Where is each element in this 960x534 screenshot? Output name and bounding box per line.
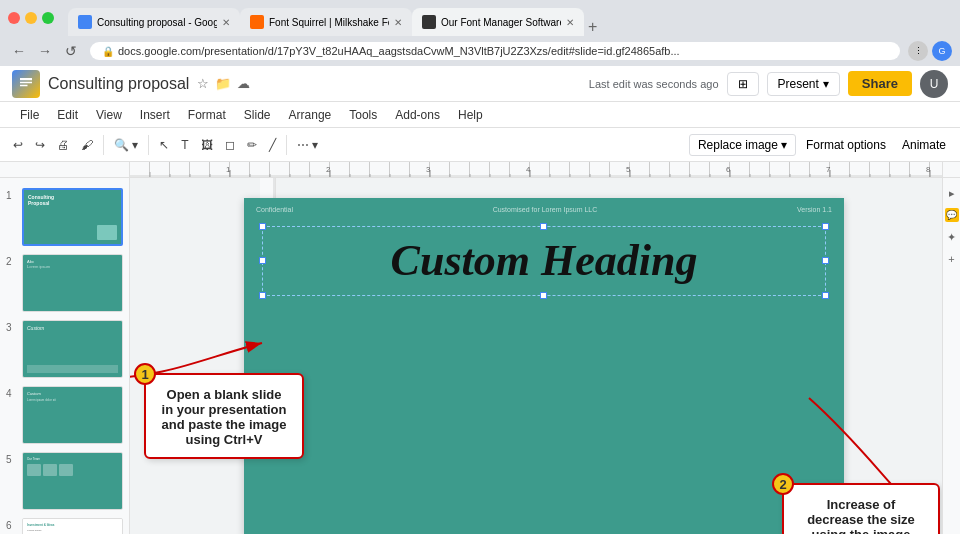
toolbar-separator-1 bbox=[103, 135, 104, 155]
menu-view[interactable]: View bbox=[88, 105, 130, 125]
tab-label-ourfont: Our Font Manager Software | E... bbox=[441, 17, 561, 28]
menu-arrange[interactable]: Arrange bbox=[281, 105, 340, 125]
redo-button[interactable]: ↪ bbox=[30, 135, 50, 155]
slideshow-icon: ⊞ bbox=[738, 77, 748, 91]
tab-our-font[interactable]: Our Font Manager Software | E... ✕ bbox=[412, 8, 584, 36]
handle-bottom-right[interactable] bbox=[822, 292, 829, 299]
doc-action-icons: ☆ 📁 ☁ bbox=[197, 76, 250, 91]
menu-file[interactable]: File bbox=[12, 105, 47, 125]
zoom-button[interactable]: 🔍 ▾ bbox=[109, 135, 143, 155]
right-sidebar: ▸ 💬 ✦ + bbox=[942, 178, 960, 534]
slide-item-1[interactable]: 1 ConsultingProposal bbox=[4, 186, 125, 248]
slide-item-6[interactable]: 6 Investment & Ideas Lorem ipsum • Item … bbox=[4, 516, 125, 534]
cloud-icon[interactable]: ☁ bbox=[237, 76, 250, 91]
minimize-window-btn[interactable] bbox=[25, 12, 37, 24]
browser-toolbar-icons: ⋮ G bbox=[908, 41, 952, 61]
comments-icon[interactable]: 💬 bbox=[945, 208, 959, 222]
tab-close-google[interactable]: ✕ bbox=[222, 17, 230, 28]
svg-text:5: 5 bbox=[626, 165, 631, 174]
main-layout: 1 ConsultingProposal 2 Abc Lorem ipsum 3 bbox=[0, 178, 960, 534]
ruler-area: 1 2 3 4 bbox=[0, 162, 960, 178]
tab-close-fontsquirrel[interactable]: ✕ bbox=[394, 17, 402, 28]
menu-format[interactable]: Format bbox=[180, 105, 234, 125]
slide-item-3[interactable]: 3 Custom bbox=[4, 318, 125, 380]
plus-icon[interactable]: + bbox=[945, 252, 959, 266]
print-button[interactable]: 🖨 bbox=[52, 135, 74, 155]
slideshow-settings-button[interactable]: ⊞ bbox=[727, 72, 759, 96]
line-tool[interactable]: ╱ bbox=[264, 135, 281, 155]
back-button[interactable]: ← bbox=[8, 40, 30, 62]
tab-close-ourfont[interactable]: ✕ bbox=[566, 17, 574, 28]
menu-tools[interactable]: Tools bbox=[341, 105, 385, 125]
present-label: Present bbox=[778, 77, 819, 91]
ruler-svg: 1 2 3 4 bbox=[130, 162, 942, 177]
handle-top-left[interactable] bbox=[259, 223, 266, 230]
menu-slide[interactable]: Slide bbox=[236, 105, 279, 125]
doc-title: Consulting proposal bbox=[48, 75, 189, 93]
callout-1: 1 Open a blank slide in your presentatio… bbox=[144, 373, 304, 459]
star-icon[interactable]: ☆ bbox=[197, 76, 209, 91]
heading-text: Custom Heading bbox=[273, 237, 815, 285]
handle-middle-right[interactable] bbox=[822, 257, 829, 264]
slide-number-3: 3 bbox=[6, 322, 18, 333]
forward-button[interactable]: → bbox=[34, 40, 56, 62]
folder-icon[interactable]: 📁 bbox=[215, 76, 231, 91]
slide-canvas: Confidential Customised for Lorem Ipsum … bbox=[244, 198, 844, 534]
handle-bottom-left[interactable] bbox=[259, 292, 266, 299]
slide-thumb-2[interactable]: Abc Lorem ipsum bbox=[22, 254, 123, 312]
close-window-btn[interactable] bbox=[8, 12, 20, 24]
share-button[interactable]: Share bbox=[848, 71, 912, 96]
text-tool[interactable]: T bbox=[176, 135, 193, 155]
user-avatar[interactable]: U bbox=[920, 70, 948, 98]
extensions-icon[interactable]: ⋮ bbox=[908, 41, 928, 61]
more-shapes-button[interactable]: ⋯ ▾ bbox=[292, 135, 323, 155]
menu-addons[interactable]: Add-ons bbox=[387, 105, 448, 125]
slide-item-2[interactable]: 2 Abc Lorem ipsum bbox=[4, 252, 125, 314]
tab-google-slides[interactable]: Consulting proposal - Google ... ✕ bbox=[68, 8, 240, 36]
reload-button[interactable]: ↺ bbox=[60, 40, 82, 62]
slides-panel: 1 ConsultingProposal 2 Abc Lorem ipsum 3 bbox=[0, 178, 130, 534]
traffic-lights bbox=[8, 12, 54, 24]
undo-button[interactable]: ↩ bbox=[8, 135, 28, 155]
present-chevron-icon: ▾ bbox=[823, 77, 829, 91]
new-tab-button[interactable]: + bbox=[584, 18, 601, 36]
slide-thumb-4[interactable]: Custom Lorem ipsum dolor sit bbox=[22, 386, 123, 444]
url-bar[interactable]: 🔒 docs.google.com/presentation/d/17pY3V_… bbox=[90, 42, 900, 60]
slide-thumb-3[interactable]: Custom bbox=[22, 320, 123, 378]
draw-tool[interactable]: ✏ bbox=[242, 135, 262, 155]
present-button[interactable]: Present ▾ bbox=[767, 72, 840, 96]
select-tool[interactable]: ↖ bbox=[154, 135, 174, 155]
toolbar-separator-3 bbox=[286, 135, 287, 155]
menu-help[interactable]: Help bbox=[450, 105, 491, 125]
shapes-tool[interactable]: ◻ bbox=[220, 135, 240, 155]
menu-edit[interactable]: Edit bbox=[49, 105, 86, 125]
slide-thumb-5[interactable]: Our Team bbox=[22, 452, 123, 510]
replace-image-button[interactable]: Replace image ▾ bbox=[689, 134, 796, 156]
sidebar-expand-icon[interactable]: ▸ bbox=[945, 186, 959, 200]
canvas-area: 1 Confidential Customised for Lorem Ipsu… bbox=[130, 178, 942, 534]
heading-textbox[interactable]: Custom Heading bbox=[262, 226, 826, 296]
paintformat-button[interactable]: 🖌 bbox=[76, 135, 98, 155]
sparkle-icon[interactable]: ✦ bbox=[945, 230, 959, 244]
slide-number-4: 4 bbox=[6, 388, 18, 399]
handle-top-middle[interactable] bbox=[540, 223, 547, 230]
handle-middle-left[interactable] bbox=[259, 257, 266, 264]
handle-bottom-middle[interactable] bbox=[540, 292, 547, 299]
last-edit-status: Last edit was seconds ago bbox=[589, 78, 719, 90]
handle-top-right[interactable] bbox=[822, 223, 829, 230]
tab-font-squirrel[interactable]: Font Squirrel | Milkshake Font ... ✕ bbox=[240, 8, 412, 36]
slide-confidentiality-left: Confidential bbox=[256, 206, 293, 213]
maximize-window-btn[interactable] bbox=[42, 12, 54, 24]
replace-image-label: Replace image bbox=[698, 138, 778, 152]
slide-thumb-1[interactable]: ConsultingProposal bbox=[22, 188, 123, 246]
slide-item-4[interactable]: 4 Custom Lorem ipsum dolor sit bbox=[4, 384, 125, 446]
svg-text:4: 4 bbox=[526, 165, 531, 174]
format-options-button[interactable]: Format options bbox=[800, 135, 892, 155]
slide-thumb-6[interactable]: Investment & Ideas Lorem ipsum • Item on… bbox=[22, 518, 123, 534]
tab-favicon-ourfont bbox=[422, 15, 436, 29]
slide-item-5[interactable]: 5 Our Team bbox=[4, 450, 125, 512]
animate-button[interactable]: Animate bbox=[896, 135, 952, 155]
image-tool[interactable]: 🖼 bbox=[196, 135, 218, 155]
profile-icon[interactable]: G bbox=[932, 41, 952, 61]
menu-insert[interactable]: Insert bbox=[132, 105, 178, 125]
